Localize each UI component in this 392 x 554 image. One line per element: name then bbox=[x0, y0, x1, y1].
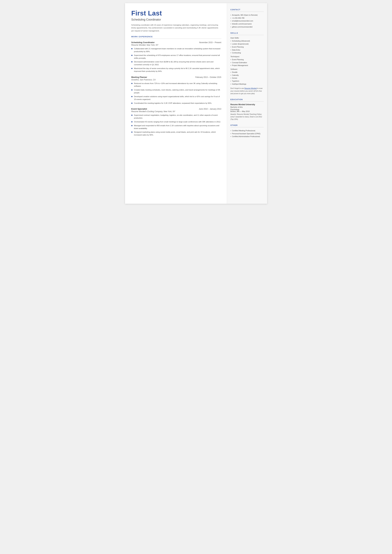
job-dates-2: February 2013 – October 2015 bbox=[195, 76, 221, 78]
bullet-dot bbox=[131, 61, 133, 62]
techniques-label: Techniques: bbox=[231, 56, 264, 57]
other-item-3: Certified Administrative Professional. bbox=[231, 135, 264, 138]
edu-school: Resume Worded University bbox=[231, 104, 264, 106]
education-header: EDUCATION bbox=[231, 98, 264, 100]
contact-item-email: email@resumeworded.com bbox=[231, 19, 264, 22]
edu-awards: Awards: Resume Worded Teaching Fellow (o… bbox=[231, 113, 264, 120]
work-experience-header: WORK EXPERIENCE bbox=[131, 36, 221, 38]
bullet-dot bbox=[131, 68, 133, 69]
software-1: Doodle bbox=[231, 71, 264, 74]
bullet-dot bbox=[131, 96, 133, 97]
bullet-2-3: Developed creative solutions using exper… bbox=[131, 95, 221, 101]
bullet-dot bbox=[131, 83, 133, 84]
full-name: First Last bbox=[131, 9, 221, 17]
hard-skill-5: Contracting bbox=[231, 51, 264, 54]
bullet-3-2: Orchestrated 43 events ranging from smal… bbox=[131, 120, 221, 123]
job-bullets-1: Collaborated with 21 management team mem… bbox=[131, 47, 221, 73]
other-item-2: Personal Assistant Specialist (CPAS). bbox=[231, 132, 264, 135]
job-title-1: Scheduling Coordinator bbox=[131, 41, 155, 44]
bullet-2-2: Created daily meeting schedules, room bl… bbox=[131, 89, 221, 94]
bullet-1-3: Decreased administrative costs from $10M… bbox=[131, 61, 221, 66]
edu-field: Psychology bbox=[231, 108, 264, 110]
job-dates-1: November 2015 – Present bbox=[199, 41, 221, 44]
technique-1: Event Planning bbox=[231, 58, 264, 61]
hard-skill-2: Looker (Experienced) bbox=[231, 42, 264, 45]
techniques-list: Event Planning Concept Estimation Projec… bbox=[231, 58, 264, 67]
bullet-3-1: Supervised contract negotiation, budgeti… bbox=[131, 114, 221, 119]
bullet-dot bbox=[131, 103, 133, 104]
education-divider bbox=[231, 101, 264, 102]
software-3: Genee bbox=[231, 77, 264, 80]
technique-3: Project Management bbox=[231, 64, 264, 67]
right-column: CONTACT Annapolis, MD (Open to Remote) +… bbox=[227, 3, 267, 204]
contact-item-phone: +1-234-456-789 bbox=[231, 17, 264, 20]
job-block-3: Event Specialist June 2010 – January 201… bbox=[131, 108, 221, 136]
edu-degree: Bachelor of Arts bbox=[231, 106, 264, 108]
job-company-3: Resume Worded's Exciting Company, New Yo… bbox=[131, 110, 221, 112]
job-header-row-1: Scheduling Coordinator November 2015 – P… bbox=[131, 41, 221, 44]
software-5: HubSpot Meetings bbox=[231, 83, 264, 86]
job-header-row-2: Meeting Planner February 2013 – October … bbox=[131, 76, 221, 78]
hard-skills-label: Hard Skills: bbox=[231, 37, 264, 39]
contact-item-linkedin: linkedin.com/in/username bbox=[231, 22, 264, 25]
bullet-dot bbox=[131, 125, 133, 126]
summary-text: Scheduling coordinator with 10 years of … bbox=[131, 23, 221, 32]
bullet-2-4: Coordinated the meeting logistics for 3.… bbox=[131, 102, 221, 105]
skills-header: SKILLS bbox=[231, 32, 264, 34]
technique-2: Concept Estimation bbox=[231, 61, 264, 64]
hard-skills-list: Scheduling (Advanced) Looker (Experience… bbox=[231, 40, 264, 54]
promo-before: Don't forget to use bbox=[231, 87, 244, 89]
software-list: Doodle Calendly Genee Typeform HubSpot M… bbox=[231, 71, 264, 85]
promo-link[interactable]: Resume Worded bbox=[244, 87, 257, 89]
contact-list: Annapolis, MD (Open to Remote) +1-234-45… bbox=[231, 14, 264, 28]
other-list: Certified Meeting Professional. Personal… bbox=[231, 129, 264, 138]
bullet-1-2: Supervised the scheduling of 670 employe… bbox=[131, 54, 221, 60]
bullet-2-1: Reduced no-shows from 72% to <10% and in… bbox=[131, 82, 221, 88]
bullet-3-4: Designed marketing plans using social me… bbox=[131, 131, 221, 136]
resume-page: First Last Scheduling Coordinator Schedu… bbox=[125, 3, 267, 204]
job-block-2: Meeting Planner February 2013 – October … bbox=[131, 76, 221, 105]
bullet-3-3: Managed and responded to 850 emails from… bbox=[131, 124, 221, 130]
bullet-1-1: Collaborated with 21 management team mem… bbox=[131, 47, 221, 53]
software-2: Calendly bbox=[231, 74, 264, 77]
contact-item-location: Annapolis, MD (Open to Remote) bbox=[231, 14, 264, 17]
job-block-1: Scheduling Coordinator November 2015 – P… bbox=[131, 41, 221, 73]
software-label: Software: bbox=[231, 68, 264, 70]
job-title: Scheduling Coordinator bbox=[131, 18, 221, 21]
job-bullets-3: Supervised contract negotiation, budgeti… bbox=[131, 114, 221, 136]
bullet-dot bbox=[131, 48, 133, 49]
left-column: First Last Scheduling Coordinator Schedu… bbox=[125, 3, 227, 204]
job-company-2: Growthsi, San Francisco, CA bbox=[131, 79, 221, 81]
bullet-dot bbox=[131, 55, 133, 56]
skills-section: Hard Skills: Scheduling (Advanced) Looke… bbox=[231, 37, 264, 95]
hard-skill-3: Event Planning bbox=[231, 45, 264, 49]
edu-location-date: Boston, MA — May 2010 bbox=[231, 110, 264, 112]
software-4: Typeform bbox=[231, 80, 264, 83]
hard-skill-1: Scheduling (Advanced) bbox=[231, 40, 264, 42]
bullet-dot bbox=[131, 121, 133, 122]
job-header-row-3: Event Specialist June 2010 – January 201… bbox=[131, 108, 221, 110]
job-bullets-2: Reduced no-shows from 72% to <10% and in… bbox=[131, 82, 221, 105]
contact-item-github: github.com/resumeworded bbox=[231, 25, 264, 28]
contact-header: CONTACT bbox=[231, 9, 264, 11]
bullet-dot bbox=[131, 132, 133, 133]
hard-skill-4: Data Entry bbox=[231, 49, 264, 51]
promo-text: Don't forget to use Resume Worded to sca… bbox=[231, 87, 264, 95]
job-dates-3: June 2010 – January 2013 bbox=[199, 108, 221, 110]
job-title-2: Meeting Planner bbox=[131, 76, 147, 78]
bullet-dot bbox=[131, 115, 133, 116]
other-item-1: Certified Meeting Professional. bbox=[231, 129, 264, 132]
other-header: OTHER bbox=[231, 124, 264, 126]
job-company-1: Resume Worded, New York, NY bbox=[131, 44, 221, 46]
bullet-1-4: Maximized the day of senior executives b… bbox=[131, 67, 221, 73]
bullet-dot bbox=[131, 89, 133, 91]
job-title-3: Event Specialist bbox=[131, 108, 147, 110]
education-section: Resume Worded University Bachelor of Art… bbox=[231, 104, 264, 120]
